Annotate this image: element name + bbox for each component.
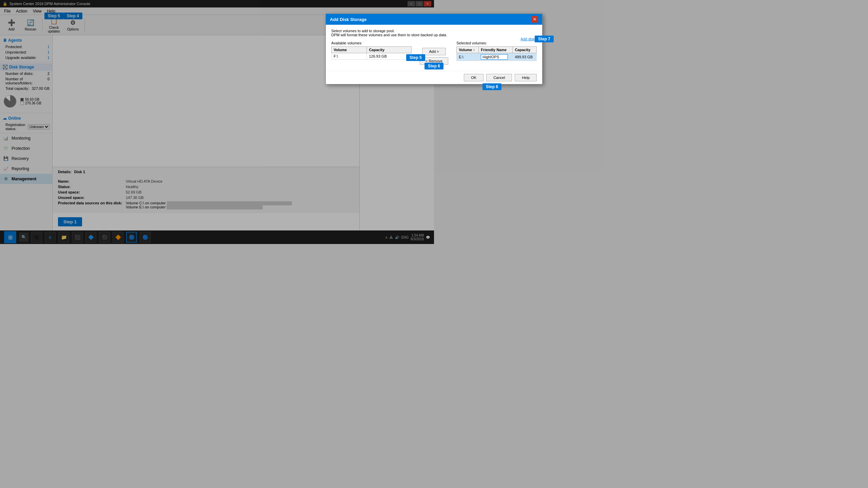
modal-desc-line1: Select volumes to add to storage pool.	[331, 29, 434, 33]
modal-description: Select volumes to add to storage pool. D…	[331, 29, 434, 37]
step5-overlay: Step 5	[406, 54, 425, 61]
available-col-capacity: Capacity	[367, 47, 412, 53]
modal-columns: Available volumes: Volume Capacity F:\ 1…	[331, 41, 434, 67]
available-capacity-0: 126.93 GB	[367, 53, 412, 60]
modal-footer: OK Cancel Help Step 8	[326, 71, 434, 84]
available-volumes-col: Available volumes: Volume Capacity F:\ 1…	[331, 41, 412, 67]
step6-overlay: Step 6	[425, 63, 434, 69]
modal-title: Add Disk Storage	[330, 17, 367, 22]
modal-header: Add Disk Storage ✕	[326, 14, 434, 25]
add-remove-buttons: Add > < Remove Step 6	[417, 41, 434, 67]
add-disk-storage-modal: Add Disk Storage ✕ Select volumes to add…	[326, 14, 434, 84]
available-volumes-table: Volume Capacity F:\ 126.93 GB	[331, 46, 412, 60]
modal-body: Select volumes to add to storage pool. D…	[326, 25, 434, 71]
modal-overlay: Add Disk Storage ✕ Select volumes to add…	[0, 0, 434, 244]
available-header-row: Volume Capacity	[332, 47, 412, 53]
available-volume-0: F:\	[332, 53, 367, 60]
modal-desc-line2: DPM will format these volumes and use th…	[331, 33, 434, 37]
available-label: Available volumes:	[331, 41, 412, 45]
available-col-volume: Volume	[332, 47, 367, 53]
available-row-0[interactable]: F:\ 126.93 GB	[332, 53, 412, 60]
